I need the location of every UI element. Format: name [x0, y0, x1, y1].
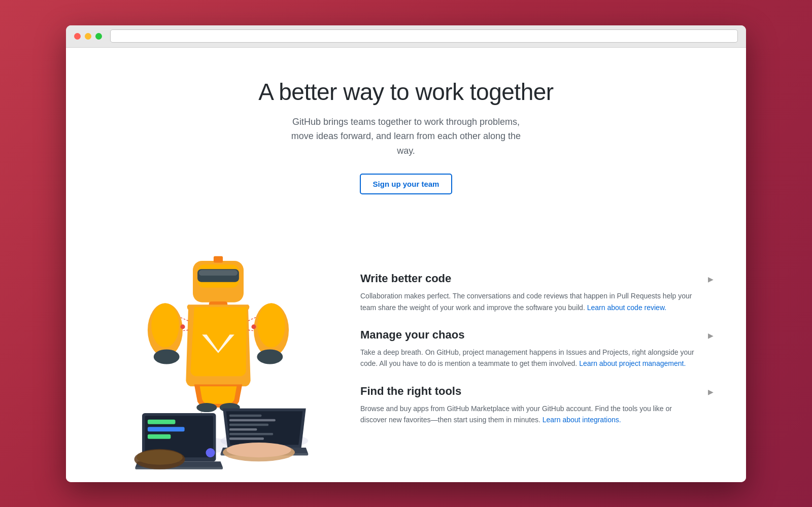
traffic-lights	[74, 33, 102, 40]
hero-section: A better way to work together GitHub bri…	[66, 48, 746, 215]
hero-subtitle: GitHub brings teams together to work thr…	[284, 115, 528, 158]
svg-rect-36	[229, 437, 264, 440]
browser-content: A better way to work together GitHub bri…	[66, 48, 746, 482]
browser-toolbar	[66, 25, 746, 48]
feature-text-manage-chaos: Manage your chaos Take a deep breath. On…	[360, 328, 697, 369]
feature-text-write-code: Write better code Collaboration makes pe…	[360, 272, 697, 313]
feature-item-right-tools: Find the right tools Browse and buy apps…	[360, 385, 716, 426]
close-button[interactable]	[74, 33, 81, 40]
svg-point-27	[206, 448, 215, 457]
feature-title-write-code: Write better code	[360, 272, 697, 285]
feature-arrow-manage-chaos: ▶	[705, 330, 716, 341]
svg-rect-32	[229, 419, 276, 422]
svg-rect-6	[214, 256, 223, 263]
feature-desc-write-code: Collaboration makes perfect. The convers…	[360, 290, 697, 313]
svg-point-17	[257, 303, 285, 347]
feature-link-right-tools[interactable]: Learn about integrations.	[543, 416, 621, 424]
feature-arrow-write-code: ▶	[705, 274, 716, 284]
feature-title-right-tools: Find the right tools	[360, 385, 697, 398]
svg-point-19	[251, 324, 256, 329]
feature-arrow-right-tools: ▶	[705, 387, 716, 397]
svg-rect-31	[229, 415, 262, 417]
browser-window: A better way to work together GitHub bri…	[66, 25, 746, 482]
svg-point-15	[180, 324, 185, 329]
svg-rect-33	[229, 424, 268, 426]
svg-point-18	[257, 349, 283, 364]
feature-item-manage-chaos: Manage your chaos Take a deep breath. On…	[360, 328, 716, 369]
main-content: Write better code Collaboration makes pe…	[66, 215, 746, 482]
svg-point-39	[226, 443, 291, 457]
svg-rect-25	[148, 427, 185, 431]
svg-point-30	[137, 450, 183, 465]
feature-title-manage-chaos: Manage your chaos	[360, 328, 697, 342]
svg-rect-35	[229, 433, 273, 435]
maximize-button[interactable]	[95, 33, 102, 40]
minimize-button[interactable]	[85, 33, 91, 40]
feature-desc-manage-chaos: Take a deep breath. On GitHub, project m…	[360, 347, 697, 369]
signup-button[interactable]: Sign up your team	[360, 174, 453, 194]
svg-rect-24	[148, 420, 176, 424]
svg-rect-34	[229, 428, 257, 431]
feature-item-write-code: Write better code Collaboration makes pe…	[360, 272, 716, 313]
feature-desc-right-tools: Browse and buy apps from GitHub Marketpl…	[360, 403, 697, 426]
features-area: Write better code Collaboration makes pe…	[360, 215, 716, 473]
feature-text-right-tools: Find the right tools Browse and buy apps…	[360, 385, 697, 426]
feature-link-write-code[interactable]: Learn about code review.	[587, 303, 666, 312]
svg-rect-5	[199, 270, 238, 276]
feature-link-manage-chaos[interactable]: Learn about project management.	[579, 359, 686, 367]
svg-point-20	[196, 403, 217, 412]
address-bar[interactable]	[110, 29, 738, 43]
svg-point-13	[151, 303, 179, 347]
robot-illustration	[117, 215, 320, 473]
svg-rect-26	[148, 434, 171, 439]
svg-point-14	[154, 349, 180, 364]
hero-title: A better way to work together	[86, 78, 726, 106]
illustration-area	[96, 215, 340, 473]
